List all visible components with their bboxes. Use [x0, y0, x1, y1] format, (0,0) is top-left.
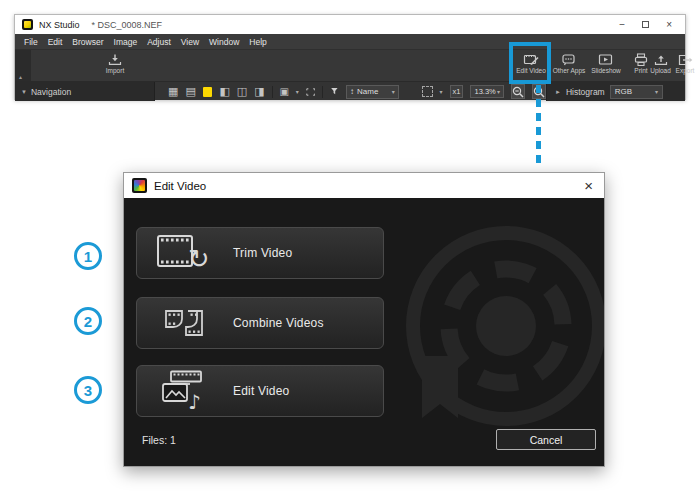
zoom-percent-dropdown[interactable]: 13.3% ▾ [470, 85, 504, 98]
nx-studio-window: NX Studio * DSC_0008.NEF − × File Edit B… [14, 14, 686, 100]
navigation-label: Navigation [31, 87, 71, 97]
document-name: * DSC_0008.NEF [92, 20, 163, 30]
trim-video-icon: ↻ [156, 233, 214, 273]
list-view-icon[interactable]: ▤ [185, 86, 195, 97]
other-apps-button[interactable]: Other Apps [551, 53, 587, 74]
two-up-view-icon[interactable]: ◫ [237, 86, 247, 97]
edit-video-toolbar-button[interactable]: Edit Video [512, 53, 550, 74]
channel-dropdown[interactable]: RGB ▾ [610, 85, 663, 99]
upload-label: Upload [649, 67, 672, 74]
import-icon [107, 53, 123, 66]
zoom-out-button[interactable] [511, 84, 525, 99]
step-1-badge: 1 [74, 242, 102, 270]
print-icon [633, 53, 649, 66]
filter-icon[interactable] [330, 86, 339, 97]
combine-videos-button[interactable]: Combine Videos [136, 297, 384, 349]
menu-item-edit[interactable]: Edit [48, 37, 63, 47]
restore-button[interactable] [642, 21, 649, 28]
menu-item-adjust[interactable]: Adjust [147, 37, 171, 47]
other-apps-icon [561, 53, 577, 66]
export-button[interactable]: Export [673, 53, 697, 74]
collapse-triangle-icon: ▼ [21, 89, 27, 95]
import-button[interactable]: Import [93, 53, 137, 74]
sort-by-dropdown[interactable]: ↕ Name ▾ [346, 85, 399, 99]
other-apps-label: Other Apps [551, 67, 587, 74]
zoom-percent-value: 13.3% [474, 87, 495, 96]
menu-item-view[interactable]: View [181, 37, 199, 47]
app-title: NX Studio [39, 20, 80, 30]
dialog-title: Edit Video [154, 180, 206, 192]
thumbnail-size-caret-icon[interactable]: ▾ [296, 88, 299, 95]
trim-video-label: Trim Video [233, 246, 292, 260]
chevron-down-icon: ▾ [655, 88, 658, 95]
files-count-label: Files: 1 [142, 434, 176, 446]
trim-video-button[interactable]: ↻ Trim Video [136, 227, 384, 279]
main-toolbar: ▴ Import Edit Video [15, 49, 685, 81]
fit-to-screen-icon[interactable] [422, 86, 433, 97]
export-label: Export [673, 67, 697, 74]
histogram-label: Histogram [566, 87, 605, 97]
nx-studio-dialog-icon [132, 178, 147, 193]
fullscreen-icon[interactable] [306, 87, 316, 97]
callout-dashed-line [536, 85, 541, 168]
thumbnail-size-icon[interactable]: ▣ [279, 86, 288, 97]
navigation-panel-header[interactable]: ▼ Navigation [15, 82, 155, 101]
chevron-down-icon: ▾ [392, 88, 395, 95]
split-view-left-icon[interactable]: ◧ [219, 86, 229, 97]
zoom-1to1-button[interactable]: x1 [450, 85, 464, 98]
panel-collapse-strip[interactable]: ▴ [15, 50, 31, 82]
slideshow-icon [598, 53, 614, 66]
minimize-button[interactable]: − [619, 20, 625, 30]
export-icon [677, 53, 693, 66]
sort-by-value: Name [357, 87, 378, 96]
edit-video-dialog: Edit Video × [123, 172, 605, 467]
histogram-panel-header[interactable]: ► Histogram RGB ▾ [546, 82, 685, 101]
zoom-out-icon [512, 86, 524, 98]
svg-text:↻: ↻ [188, 244, 210, 273]
image-view-selected-icon[interactable] [203, 87, 213, 97]
import-label: Import [93, 67, 137, 74]
separator [272, 86, 273, 98]
edit-video-icon [523, 53, 540, 66]
separator [322, 86, 323, 98]
expand-triangle-icon: ► [555, 89, 561, 95]
close-button[interactable]: × [666, 20, 672, 30]
thumbnail-grid-icon[interactable]: ▦ [168, 86, 178, 97]
menu-item-browser[interactable]: Browser [72, 37, 103, 47]
channel-value: RGB [615, 87, 632, 96]
film-reel-watermark-icon [386, 206, 604, 446]
title-bar: NX Studio * DSC_0008.NEF − × [15, 15, 685, 34]
chevron-down-icon: ▾ [497, 88, 500, 95]
dialog-close-button[interactable]: × [581, 178, 596, 193]
collapse-arrow-icon: ▴ [19, 73, 22, 80]
dialog-body: ↻ Trim Video Combine Videos [124, 198, 604, 466]
upload-icon [653, 53, 669, 66]
menu-item-window[interactable]: Window [209, 37, 239, 47]
sort-direction-icon: ↕ [350, 87, 354, 96]
slideshow-button[interactable]: Slideshow [588, 53, 624, 74]
fit-caret-icon[interactable]: ▾ [440, 88, 443, 95]
dialog-title-bar: Edit Video × [124, 173, 604, 198]
slideshow-label: Slideshow [588, 67, 624, 74]
cancel-button[interactable]: Cancel [496, 429, 596, 450]
split-view-right-icon[interactable]: ◨ [254, 86, 264, 97]
combine-videos-icon [162, 305, 208, 341]
browser-bar: ▼ Navigation ▦ ▤ ◧ ◫ ◨ ▣ ▾ ↕ Name ▾ [15, 81, 685, 100]
menu-item-file[interactable]: File [24, 37, 38, 47]
edit-video-dialog-button[interactable]: ♪ Edit Video [136, 365, 384, 417]
step-2-badge: 2 [74, 307, 102, 335]
edit-video-label: Edit Video [512, 67, 550, 74]
step-3-badge: 3 [74, 376, 102, 404]
menu-item-help[interactable]: Help [249, 37, 266, 47]
menu-item-image[interactable]: Image [114, 37, 138, 47]
view-toolbar: ▦ ▤ ◧ ◫ ◨ ▣ ▾ ↕ Name ▾ ▾ x1 [155, 82, 546, 101]
nx-studio-app-icon [22, 19, 33, 30]
upload-button[interactable]: Upload [649, 53, 672, 74]
svg-text:♪: ♪ [188, 390, 201, 412]
edit-video-music-icon: ♪ [159, 370, 211, 412]
combine-videos-label: Combine Videos [233, 316, 324, 330]
edit-video-dialog-label: Edit Video [233, 384, 290, 398]
menu-bar: File Edit Browser Image Adjust View Wind… [15, 34, 685, 49]
